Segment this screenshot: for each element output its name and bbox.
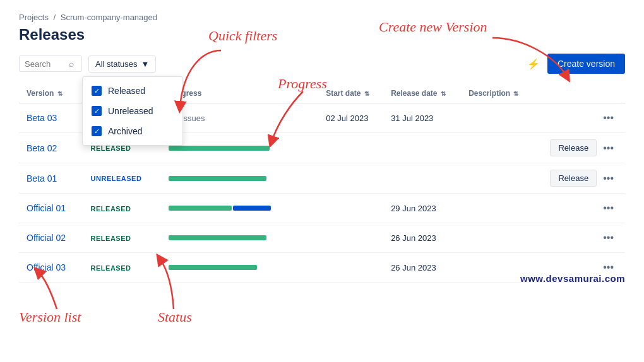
release-button[interactable]: Release bbox=[550, 139, 597, 156]
description bbox=[461, 163, 534, 194]
filter-archived[interactable]: Archived bbox=[83, 121, 182, 141]
version-link[interactable]: Official 03 bbox=[27, 262, 66, 272]
col-release-date[interactable]: Release date ⇅ bbox=[383, 84, 461, 103]
more-options-button[interactable]: ••• bbox=[599, 110, 617, 126]
progress-bar bbox=[169, 265, 295, 270]
release-date bbox=[383, 133, 461, 163]
status-badge: RELEASED bbox=[87, 204, 135, 214]
description bbox=[461, 223, 534, 253]
version-link[interactable]: Official 02 bbox=[27, 233, 66, 243]
breadcrumb: Projects / Scrum-company-managed bbox=[19, 13, 625, 22]
filter-dropdown[interactable]: All statuses ▼ bbox=[88, 55, 156, 73]
breadcrumb-projects[interactable]: Projects bbox=[19, 13, 49, 22]
progress-bar bbox=[169, 206, 295, 211]
table-row: Beta 01UNRELEASEDRelease••• bbox=[19, 163, 625, 194]
search-input[interactable] bbox=[25, 59, 69, 69]
more-options-button[interactable]: ••• bbox=[599, 200, 617, 216]
actions-cell: ••• bbox=[541, 200, 617, 216]
table-row: Official 02RELEASED26 Jun 2023••• bbox=[19, 223, 625, 253]
watermark: www.devsamurai.com bbox=[520, 273, 625, 284]
chevron-down-icon: ▼ bbox=[141, 59, 149, 69]
filter-released[interactable]: Released bbox=[83, 81, 182, 101]
start-date: 02 Jul 2023 bbox=[318, 103, 383, 133]
release-date: 29 Jun 2023 bbox=[383, 194, 461, 223]
released-checkbox[interactable] bbox=[92, 86, 102, 96]
progress-segment bbox=[169, 235, 266, 240]
release-date-sort-icon: ⇅ bbox=[441, 90, 446, 97]
start-date bbox=[318, 133, 383, 163]
create-version-button[interactable]: Create version bbox=[547, 54, 625, 74]
start-date bbox=[318, 163, 383, 194]
archived-checkbox[interactable] bbox=[92, 126, 102, 136]
progress-bar bbox=[169, 176, 295, 181]
progress-bar bbox=[169, 146, 295, 151]
progress-segment bbox=[169, 265, 257, 270]
status-badge: UNRELEASED bbox=[87, 173, 146, 184]
col-description[interactable]: Description ⇅ bbox=[461, 84, 534, 103]
filter-released-label: Released bbox=[108, 86, 145, 96]
status-filter-menu: Released Unreleased Archived bbox=[82, 76, 183, 146]
lightning-icon: ⚡ bbox=[527, 58, 540, 70]
table-row: Official 01RELEASED29 Jun 2023••• bbox=[19, 194, 625, 223]
release-date bbox=[383, 163, 461, 194]
progress-bar bbox=[169, 235, 295, 240]
actions-cell: ••• bbox=[541, 230, 617, 246]
version-link[interactable]: Beta 03 bbox=[27, 113, 57, 123]
status-badge: RELEASED bbox=[87, 263, 135, 273]
release-date: 26 Jun 2023 bbox=[383, 223, 461, 253]
more-options-button[interactable]: ••• bbox=[599, 140, 617, 156]
more-options-button[interactable]: ••• bbox=[599, 170, 617, 187]
page-title: Releases bbox=[19, 26, 625, 44]
more-options-button[interactable]: ••• bbox=[599, 230, 617, 246]
progress-segment bbox=[169, 176, 266, 181]
start-date-sort-icon: ⇅ bbox=[364, 90, 369, 97]
description bbox=[461, 133, 534, 163]
release-button[interactable]: Release bbox=[550, 170, 597, 187]
description bbox=[461, 103, 534, 133]
progress-segment bbox=[169, 206, 232, 211]
description bbox=[461, 194, 534, 223]
version-link[interactable]: Beta 01 bbox=[27, 173, 57, 184]
filter-label: All statuses bbox=[95, 59, 137, 69]
version-link[interactable]: Beta 02 bbox=[27, 143, 57, 153]
actions-cell: Release••• bbox=[541, 139, 617, 156]
unreleased-checkbox[interactable] bbox=[92, 106, 102, 116]
start-date bbox=[318, 194, 383, 223]
col-start-date[interactable]: Start date ⇅ bbox=[318, 84, 383, 103]
col-actions bbox=[534, 84, 625, 103]
filter-unreleased[interactable]: Unreleased bbox=[83, 101, 182, 121]
description-sort-icon: ⇅ bbox=[513, 90, 518, 97]
status-badge: RELEASED bbox=[87, 233, 135, 243]
col-version[interactable]: Version ⇅ bbox=[19, 84, 80, 103]
annotation-version-list: Version list bbox=[19, 309, 81, 325]
search-icon: ⌕ bbox=[69, 59, 74, 69]
progress-segment bbox=[233, 206, 271, 211]
version-sort-icon: ⇅ bbox=[57, 90, 63, 97]
toolbar: ⌕ All statuses ▼ Released Unreleased Arc… bbox=[19, 54, 625, 74]
release-date: 31 Jul 2023 bbox=[383, 103, 461, 133]
filter-unreleased-label: Unreleased bbox=[108, 106, 153, 116]
annotation-status: Status bbox=[158, 309, 192, 325]
version-link[interactable]: Official 01 bbox=[27, 203, 66, 213]
actions-cell: ••• bbox=[541, 110, 617, 126]
progress-segment bbox=[169, 146, 270, 151]
actions-cell: Release••• bbox=[541, 170, 617, 187]
release-date: 26 Jun 2023 bbox=[383, 253, 461, 283]
filter-archived-label: Archived bbox=[108, 126, 142, 136]
search-box[interactable]: ⌕ bbox=[19, 55, 82, 72]
col-progress: Progress bbox=[161, 84, 318, 103]
start-date bbox=[318, 223, 383, 253]
start-date bbox=[318, 253, 383, 283]
breadcrumb-project[interactable]: Scrum-company-managed bbox=[61, 13, 157, 22]
